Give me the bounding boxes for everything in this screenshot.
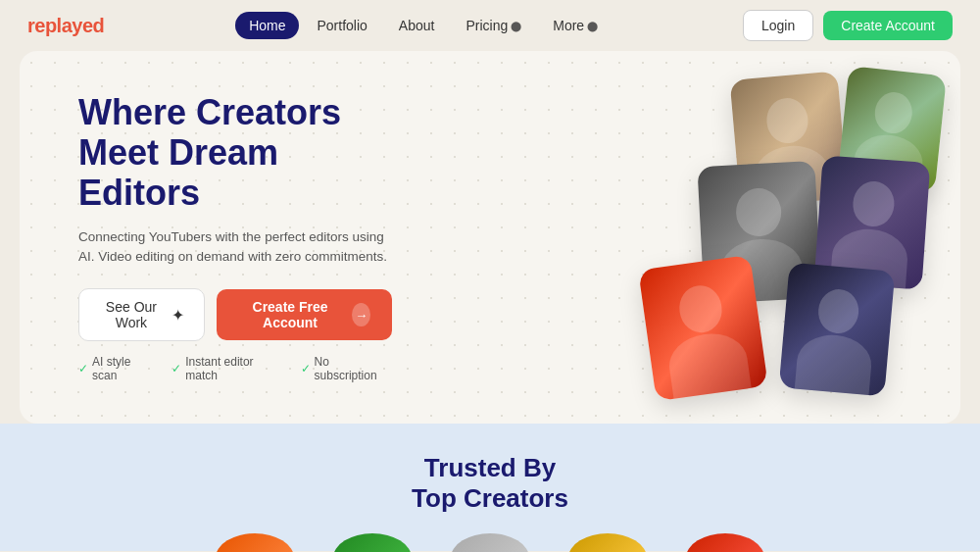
nav-pricing[interactable]: Pricing ⬤	[452, 12, 535, 39]
creator-avatars	[20, 533, 960, 552]
creator-photo-5	[638, 255, 768, 402]
hero-buttons: See Our Work ✦ Create Free Account →	[78, 288, 392, 341]
hero-section: Where Creators Meet Dream Editors Connec…	[20, 51, 960, 424]
nav-portfolio[interactable]: Portfolio	[303, 12, 380, 39]
nav-actions: Login Create Account	[743, 10, 953, 41]
arrow-icon: →	[352, 303, 370, 326]
person-head-2	[873, 90, 914, 135]
creator-avatar-3	[451, 533, 529, 552]
creator-avatar-4	[568, 533, 647, 552]
creator-avatar-5	[686, 533, 764, 552]
pricing-chevron-icon: ⬤	[511, 21, 521, 31]
creator-photo-6	[779, 263, 896, 397]
create-free-account-button[interactable]: Create Free Account →	[217, 289, 392, 340]
logo: replayed	[27, 15, 104, 37]
login-button[interactable]: Login	[743, 10, 813, 41]
person-head-5	[676, 283, 725, 335]
person-head-6	[816, 287, 860, 334]
see-our-work-button[interactable]: See Our Work ✦	[78, 288, 205, 341]
check-icon-3: ✓	[301, 362, 311, 376]
check-icon-2: ✓	[172, 362, 181, 376]
navigation: replayed Home Portfolio About Pricing ⬤ …	[0, 0, 980, 51]
hero-content: Where Creators Meet Dream Editors Connec…	[20, 92, 451, 383]
person-body-5	[665, 329, 752, 399]
hero-title: Where Creators Meet Dream Editors	[78, 92, 392, 214]
creator-avatar-1	[216, 533, 294, 552]
photo-collage	[608, 66, 941, 409]
person-head-1	[765, 97, 810, 145]
feature-ai-scan: ✓ AI style scan	[78, 355, 156, 382]
person-head-3	[735, 187, 782, 237]
trusted-title: Trusted ByTop Creators	[20, 453, 960, 514]
nav-about[interactable]: About	[385, 12, 449, 39]
person-body-6	[795, 332, 873, 395]
nav-more[interactable]: More ⬤	[539, 12, 612, 39]
feature-editor-match: ✓ Instant editor match	[172, 355, 284, 382]
trusted-section: Trusted ByTop Creators	[0, 424, 980, 551]
check-icon-1: ✓	[78, 362, 88, 376]
nav-home[interactable]: Home	[235, 12, 299, 39]
hero-subtitle: Connecting YouTubers with the perfect ed…	[78, 227, 392, 268]
more-chevron-icon: ⬤	[587, 21, 598, 31]
person-head-4	[852, 180, 896, 227]
nav-links: Home Portfolio About Pricing ⬤ More ⬤	[235, 12, 612, 39]
feature-no-subscription: ✓ No subscription	[301, 355, 392, 382]
create-account-button[interactable]: Create Account	[823, 11, 953, 40]
hero-features: ✓ AI style scan ✓ Instant editor match ✓…	[78, 355, 392, 382]
creator-avatar-2	[333, 533, 412, 552]
star-icon: ✦	[172, 306, 184, 325]
